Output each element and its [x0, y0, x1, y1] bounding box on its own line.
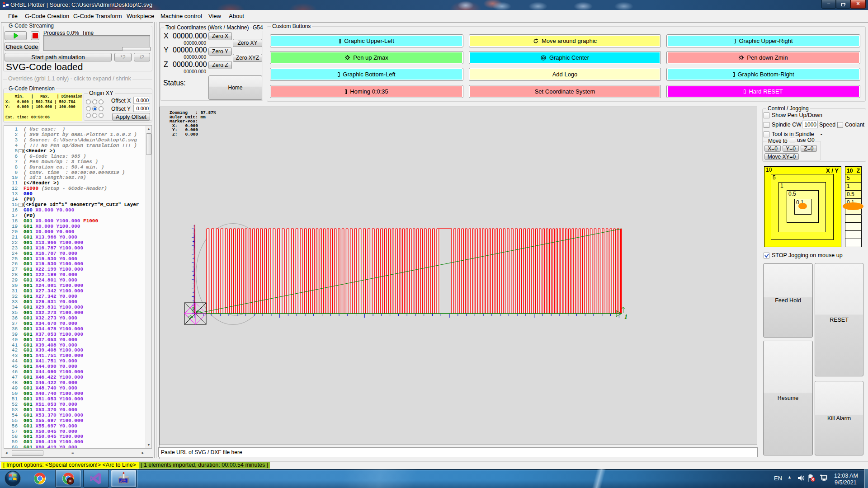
svg-text:1: 1 [624, 314, 627, 320]
svg-text:Z: 0.000: Z: 0.000 [172, 132, 198, 137]
svg-text:Plotter: Plotter [120, 481, 126, 483]
